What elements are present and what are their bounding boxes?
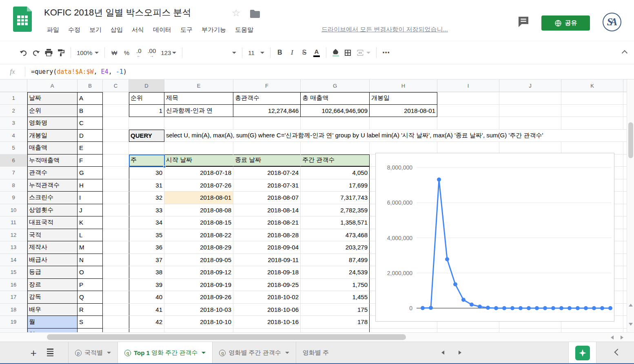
cell-B1[interactable]: A (78, 92, 103, 105)
cell-C3[interactable] (103, 117, 129, 130)
cell-A19[interactable]: 월 (27, 316, 78, 329)
cell-filler-11[interactable] (623, 216, 627, 229)
tab-scroll-right-icon[interactable] (459, 351, 461, 355)
column-header-I[interactable]: I (437, 79, 499, 92)
cell-G2[interactable]: 102,664,946,909 (301, 105, 370, 117)
column-header-F[interactable]: F (233, 79, 301, 92)
cell-D12[interactable]: 35 (129, 229, 164, 242)
cell-A15[interactable]: 등급 (27, 266, 78, 279)
cell-C10[interactable] (103, 204, 129, 217)
cell-K2[interactable] (561, 105, 623, 117)
cell-K4[interactable] (561, 130, 623, 142)
cell-E16[interactable]: 2018-09-19 (164, 279, 233, 291)
cell-rowheader-8[interactable]: 8 (0, 179, 27, 192)
italic-button[interactable]: I (286, 45, 298, 60)
cell-rowheader-6[interactable]: 6 (0, 154, 27, 167)
cell-C18[interactable] (103, 304, 129, 316)
cell-filler-18[interactable] (623, 304, 627, 316)
cell-G20[interactable]: 19 (301, 329, 370, 333)
cell-A13[interactable]: 제작사 (27, 241, 78, 254)
comments-icon[interactable] (517, 15, 530, 28)
cell-filler-10[interactable] (623, 204, 627, 217)
cell-E10[interactable]: 2018-08-08 (164, 204, 233, 217)
cell-B8[interactable]: H (78, 179, 103, 192)
cell-G18[interactable]: 175 (301, 304, 370, 316)
cell-F3[interactable] (233, 117, 301, 130)
column-header-K[interactable]: K (561, 79, 623, 92)
cell-G11[interactable]: 1,358,571 (301, 216, 370, 229)
star-icon[interactable]: ☆ (232, 7, 241, 19)
cell-D10[interactable]: 33 (129, 204, 164, 217)
cell-D15[interactable]: 38 (129, 266, 164, 279)
sheet-tab-3[interactable]: 영화별 주 (296, 342, 335, 364)
horizontal-scrollbar-thumb[interactable] (47, 334, 406, 340)
cell-filler-4[interactable] (623, 130, 627, 142)
cell-filler-5[interactable] (623, 142, 627, 154)
cell-A14[interactable]: 배급사 (27, 254, 78, 267)
cell-A4[interactable]: 개봉일 (27, 130, 78, 142)
borders-button[interactable] (342, 45, 354, 60)
column-header-D[interactable]: D (129, 79, 164, 92)
vertical-scrollbar[interactable] (627, 79, 634, 332)
cell-B4[interactable]: D (78, 130, 103, 142)
cell-D16[interactable]: 39 (129, 279, 164, 291)
column-header-A[interactable]: A (27, 79, 78, 92)
cell-D17[interactable]: 40 (129, 291, 164, 304)
cell-E1[interactable]: 제목 (164, 92, 233, 105)
cell-D14[interactable]: 37 (129, 254, 164, 267)
menu-item-0[interactable]: 파일 (42, 24, 64, 35)
cell-filler-17[interactable] (623, 291, 627, 304)
cell-A8[interactable]: 누적관객수 (27, 179, 78, 192)
font-size-select[interactable]: 11 (246, 45, 267, 60)
cell-E11[interactable]: 2018-08-15 (164, 216, 233, 229)
cell-filler-7[interactable] (623, 167, 627, 179)
cell-G7[interactable]: 4,050 (301, 167, 370, 179)
cell-filler-8[interactable] (623, 179, 627, 192)
cell-B13[interactable]: M (78, 241, 103, 254)
more-toolbar-button[interactable]: ⋯ (380, 45, 392, 60)
cell-F1[interactable]: 총관객수 (233, 92, 301, 105)
cell-A2[interactable]: 순위 (27, 105, 78, 117)
column-header-J[interactable]: J (499, 79, 561, 92)
cell-H20[interactable] (370, 329, 437, 333)
cell-F17[interactable]: 2018-10-02 (233, 291, 301, 304)
cell-G1[interactable]: 총 매출액 (301, 92, 370, 105)
cell-D1[interactable]: 순위 (129, 92, 164, 105)
cell-G16[interactable]: 1,750 (301, 279, 370, 291)
column-header-G[interactable]: G (301, 79, 370, 92)
cell-C11[interactable] (103, 216, 129, 229)
cell-C7[interactable] (103, 167, 129, 179)
sheets-logo-icon[interactable] (13, 7, 32, 32)
cell-rowheader-1[interactable]: 1 (0, 92, 27, 105)
cell-A16[interactable]: 장르 (27, 279, 78, 291)
cell-filler-2[interactable] (623, 105, 627, 117)
cell-A9[interactable]: 스크린수 (27, 192, 78, 204)
cell-filler-12[interactable] (623, 229, 627, 242)
cell-F18[interactable]: 2018-10-06 (233, 304, 301, 316)
cell-B7[interactable]: G (78, 167, 103, 179)
cell-B19[interactable]: S (78, 316, 103, 329)
cell-G5[interactable] (301, 142, 370, 154)
cell-D3[interactable] (129, 117, 164, 130)
cell-D2[interactable]: 1 (129, 105, 164, 117)
cell-E13[interactable]: 2018-08-29 (164, 241, 233, 254)
cell-C17[interactable] (103, 291, 129, 304)
cell-G17[interactable]: 1,455 (301, 291, 370, 304)
cell-G3[interactable] (301, 117, 370, 130)
cell-I2[interactable] (437, 105, 499, 117)
cell-K3[interactable] (561, 117, 623, 130)
cell-B6[interactable]: F (78, 154, 103, 167)
cell-filler-16[interactable] (623, 279, 627, 291)
cell-C9[interactable] (103, 192, 129, 204)
cell-C19[interactable] (103, 316, 129, 329)
bold-button[interactable]: B (274, 45, 286, 60)
merge-cells-button[interactable] (354, 45, 373, 60)
cell-filler-13[interactable] (623, 241, 627, 254)
cell-filler-9[interactable] (623, 192, 627, 204)
cell-F5[interactable] (233, 142, 301, 154)
cell-rowheader-20[interactable]: 20 (0, 329, 27, 333)
scroll-left-icon[interactable] (611, 335, 614, 340)
cell-K20[interactable] (561, 329, 623, 333)
cell-E5[interactable] (164, 142, 233, 154)
cell-E19[interactable]: 2018-10-10 (164, 316, 233, 329)
